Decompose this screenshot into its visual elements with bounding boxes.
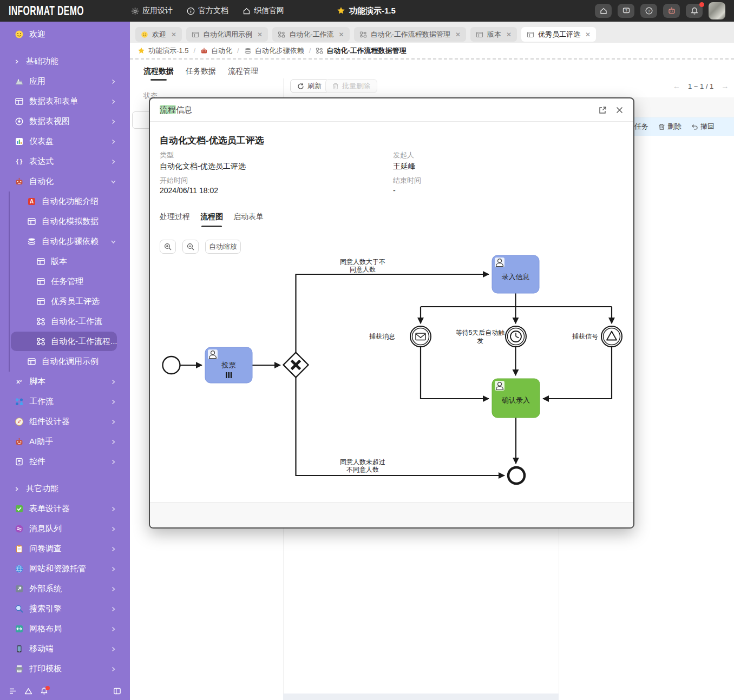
sidebar-item-7[interactable]: 自动化 [0,171,130,191]
batch-delete-button[interactable]: 批量删除 [325,79,377,93]
sidebar-item-29[interactable]: 网格布局 [0,619,130,639]
close-tab-icon[interactable]: ✕ [585,31,591,38]
sidebar-item-28[interactable]: 搜索引擎 [0,599,130,619]
breadcrumb: 功能演示-1.5/自动化/自动化步骤依赖/自动化-工作流程数据管理 [130,43,734,60]
bpmn-timer-catch-event[interactable] [506,326,526,347]
topbar-action-home-icon[interactable] [595,4,612,18]
close-tab-icon[interactable]: ✕ [506,31,512,38]
sidebar-item-16[interactable]: 自动化调用示例 [0,352,130,372]
bpmn-end-event[interactable] [508,467,525,484]
sidebar-item-4[interactable]: 数据表视图 [0,111,130,131]
close-tab-icon[interactable]: ✕ [171,31,176,38]
panel-icon[interactable] [113,687,121,695]
sidebar-item-26[interactable]: 网站和资源托管 [0,559,130,579]
topbar-menu-2[interactable]: 织信官网 [243,6,284,16]
topbar-menu-1[interactable]: 官方文档 [187,6,228,16]
bpmn-signal-catch-event[interactable] [601,326,622,347]
auto-zoom-button[interactable]: 自动缩放 [205,240,241,254]
horizontal-scrollbar[interactable] [283,694,559,700]
sidebar-item-24[interactable]: 消息队列 [0,519,130,539]
sidebar-item-19[interactable]: 组件设计器 [0,412,130,432]
bpmn-task-enter-info[interactable]: 录入信息 [492,255,539,293]
sidebar-item-8[interactable]: A自动化功能介绍 [0,191,130,212]
avatar[interactable] [709,2,725,19]
sidebar-item-23[interactable]: 表单设计器 [0,499,130,519]
sidebar-item-27[interactable]: 外部系统 [0,579,130,599]
sidebar-item-12[interactable]: 任务管理 [0,272,130,292]
list-icon[interactable] [9,687,17,695]
topbar-action-feedback-icon[interactable]: ? [618,4,634,18]
modal-tab-2[interactable]: 启动表单 [233,212,264,227]
table-icon [36,277,45,286]
table-icon [15,97,24,106]
bell-icon[interactable] [40,687,48,695]
modal-tab-0[interactable]: 处理过程 [160,212,190,227]
tab-4[interactable]: 版本✕ [470,27,517,42]
chevron-right-icon [111,566,116,571]
tab-0[interactable]: 欢迎✕ [135,27,182,42]
sidebar-item-6[interactable]: { }表达式 [0,151,130,171]
row-action-1[interactable]: 删除 [658,122,681,131]
mountain-icon [15,77,24,86]
event-label-timer: 等待5天后自动触 [456,329,505,336]
bpmn-task-vote[interactable]: 投票 [205,347,252,383]
sidebar-item-10[interactable]: 自动化步骤依赖 [0,232,130,252]
process-doc-title: 自动化文档-优选员工评选 [160,134,264,147]
triangle-icon[interactable] [24,687,32,695]
sidebar-item-11[interactable]: 版本 [0,252,130,272]
sidebar-item-25[interactable]: 问卷调查 [0,539,130,559]
sidebar-item-5[interactable]: 仪表盘 [0,131,130,151]
breadcrumb-item-2[interactable]: 自动化步骤依赖 [244,46,304,56]
tab-3[interactable]: 自动化-工作流程数据管理✕ [354,27,466,42]
close-tab-icon[interactable]: ✕ [455,31,461,38]
sidebar-item-15[interactable]: 自动化-工作流程... [0,332,130,352]
topbar-action-bell-icon[interactable] [686,4,703,18]
sidebar-item-1[interactable]: 基础功能 [0,51,130,71]
tab-1[interactable]: 自动化调用示例✕ [186,27,268,42]
smiley-icon [141,31,148,38]
close-tab-icon[interactable]: ✕ [338,31,344,38]
chevron-right-icon [111,99,116,104]
breadcrumb-item-1[interactable]: 自动化 [200,46,232,56]
sidebar-item-31[interactable]: 打印模板 [0,659,130,679]
close-tab-icon[interactable]: ✕ [257,31,263,38]
feedback-icon: ? [622,6,631,15]
sidebar-item-0[interactable]: 欢迎 [0,24,130,44]
svg-text:?: ? [647,9,650,14]
sidebar-item-30[interactable]: 移动端 [0,639,130,659]
sidebar-item-9[interactable]: 自动化模拟数据 [0,212,130,232]
prev-page-icon[interactable]: ← [673,82,680,90]
tab-5[interactable]: 优秀员工评选✕ [521,27,596,42]
sidebar-item-14[interactable]: 自动化-工作流 [0,312,130,332]
sidebar-item-13[interactable]: 优秀员工评选 [0,292,130,312]
next-page-icon[interactable]: → [721,82,729,90]
sidebar-item-2[interactable]: 应用 [0,71,130,91]
topbar-menu-0[interactable]: 应用设计 [131,6,173,16]
row-action-2[interactable]: 撤回 [691,122,715,131]
bpmn-start-event[interactable] [163,356,180,374]
zoom-in-button[interactable] [160,240,176,254]
open-external-icon[interactable] [599,106,607,114]
tab-2[interactable]: 自动化-工作流✕ [272,27,349,42]
script-icon: X² [15,377,24,386]
bpmn-exclusive-gateway[interactable] [284,353,309,378]
topbar-action-assistant-icon[interactable] [663,4,680,18]
refresh-button[interactable]: 刷新 [290,79,329,93]
topbar-action-help-icon[interactable]: ? [640,4,657,18]
zoom-out-button[interactable] [182,240,199,254]
bpmn-message-catch-event[interactable] [410,326,431,347]
sidebar-item-17[interactable]: X²脚本 [0,372,130,392]
sidebar-item-22[interactable]: 其它功能 [0,479,130,499]
breadcrumb-item-3[interactable]: 自动化-工作流程数据管理 [316,46,406,56]
chevron-right-icon [111,459,116,464]
row-action-0[interactable]: 任务 [634,122,648,131]
breadcrumb-item-0[interactable]: 功能演示-1.5 [137,46,188,56]
stack-icon [244,47,252,55]
sidebar-item-20[interactable]: AI助手 [0,432,130,452]
sidebar-item-18[interactable]: 工作流 [0,392,130,412]
bpmn-task-confirm[interactable]: 确认录入 [492,379,540,418]
sidebar-item-21[interactable]: 控件 [0,452,130,472]
modal-tab-1[interactable]: 流程图 [200,212,223,227]
close-icon[interactable] [615,106,624,114]
sidebar-item-3[interactable]: 数据表和表单 [0,91,130,111]
